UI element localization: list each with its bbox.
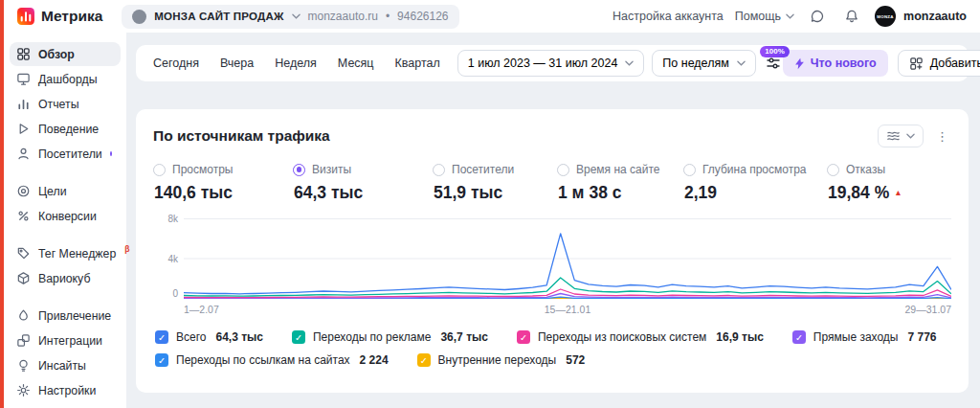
traffic-chart: 8k 4k 0 1—2.07 15—21.01 29—31.07 [153,218,951,318]
period-month-button[interactable]: Месяц [328,51,384,76]
sidebar-item-behavior[interactable]: Поведение [10,117,121,141]
counter-name: МОНЗА САЙТ ПРОДАЖ [154,11,283,22]
sidebar-group-divider [10,291,121,304]
sidebar-item-overview[interactable]: Обзор [10,42,121,66]
x-axis: 1—2.07 15—21.01 29—31.07 [184,304,951,318]
sidebar-item-goals[interactable]: Цели [10,179,121,203]
grouping-value: По неделям [662,57,728,70]
whats-new-label: Что нового [811,57,877,70]
metric-value: 140,6 тыс [153,183,293,203]
metric-label: Визиты [312,163,351,176]
chart-display-settings-button[interactable] [878,125,924,147]
x-axis-tick: 1—2.07 [184,304,219,315]
checkbox-checked-icon [517,330,530,344]
card-title: По источникам трафика [153,127,330,145]
bell-icon [844,9,859,24]
avatar[interactable]: MONZA [875,6,896,27]
sidebar-item-variocube[interactable]: Вариокуб [10,266,121,290]
sidebar-item-acquisition[interactable]: Привлечение [10,304,121,328]
sidebar-item-integrations[interactable]: Интеграции [10,329,121,352]
metrica-logo[interactable]: Метрика [17,8,102,25]
chat-button[interactable] [806,5,829,28]
username[interactable]: monzaauto [903,10,967,23]
sidebar-item-label: Интеграции [38,334,102,348]
metric-radio-time-on-site[interactable]: Время на сайте [557,163,683,176]
legend-row: Переходы по ссылкам на сайтах 2 224 Внут… [155,353,951,367]
metrica-logo-icon [17,8,34,25]
sidebar-item-settings[interactable]: Настройки [10,378,121,402]
sidebar-item-conversions[interactable]: Конверсии [10,204,121,228]
card-menu-button[interactable]: ⋮ [933,129,951,144]
metric-radio-bounce-rate[interactable]: Отказы [827,163,902,176]
beta-badge: β [124,244,129,254]
sidebar-item-dashboards[interactable]: Дашборды [10,67,121,91]
top-header: Метрика МОНЗА САЙТ ПРОДАЖ monzaauto.ru •… [0,0,980,33]
overview-grid-icon [16,47,31,61]
metric-radio-visits[interactable]: Визиты [293,163,433,176]
checkbox-checked-icon [417,353,431,367]
grouping-select[interactable]: По неделям [652,50,755,77]
period-week-button[interactable]: Неделя [265,51,326,76]
legend-item-direct[interactable]: Прямые заходы 7 776 [792,330,937,344]
visitors-notification-dot [110,151,112,156]
add-widget-button[interactable]: Добавить [898,50,980,77]
lightning-bolt-icon [794,57,805,70]
date-range-value: 1 июл 2023 — 31 июл 2024 [468,57,618,70]
radio-selected-icon [293,164,305,176]
reports-bars-icon [16,97,31,111]
radio-icon [557,164,569,176]
legend-item-total[interactable]: Всего 64,3 тыс [155,330,263,344]
metric-views: Просмотры 140,6 тыс [153,163,293,203]
metric-label: Просмотры [172,163,233,176]
chart-plot-area[interactable]: 8k 4k 0 [184,218,951,299]
period-yesterday-button[interactable]: Вчера [211,51,263,76]
conversions-percent-icon [16,209,31,223]
whats-new-button[interactable]: Что нового [783,50,888,77]
chevron-down-icon [906,133,915,139]
metric-value: 51,9 тыс [433,183,557,203]
metric-radio-depth[interactable]: Глубина просмотра [683,163,827,176]
metric-radio-visitors[interactable]: Посетители [433,163,557,176]
legend-label: Внутренние переходы [438,353,557,367]
metric-value: 64,3 тыс [293,183,433,203]
legend-item-internal[interactable]: Внутренние переходы 572 [417,353,586,367]
sidebar-item-visitors[interactable]: Посетители [10,142,121,166]
sidebar-item-reports[interactable]: Отчеты [10,92,121,116]
legend-item-ad-traffic[interactable]: Переходы по рекламе 36,7 тыс [292,330,488,344]
help-menu[interactable]: Помощь [735,10,794,23]
chat-bubble-icon [810,9,825,24]
counter-separator: • [386,10,390,23]
variocube-cube-icon [16,271,31,285]
sidebar-item-insights[interactable]: Инсайты [10,353,121,377]
legend-value: 16,9 тыс [716,330,764,344]
legend-item-site-links[interactable]: Переходы по ссылкам на сайтах 2 224 [155,353,389,367]
period-toolbar: Сегодня Вчера Неделя Месяц Квартал 1 июл… [136,45,969,81]
bounce-value: 19,84 % [828,183,889,202]
date-range-picker[interactable]: 1 июл 2023 — 31 июл 2024 [457,50,645,77]
metric-radio-views[interactable]: Просмотры [153,163,293,176]
visitors-person-icon [16,147,31,161]
chevron-down-icon [292,13,301,19]
sidebar-item-tag-manager[interactable]: Тег Менеджер β [10,241,121,265]
kebab-icon: ⋮ [936,129,948,144]
legend-value: 7 776 [907,330,936,344]
insights-bulb-icon [16,358,31,373]
checkbox-checked-icon [792,330,806,344]
x-axis-tick: 29—31.07 [905,304,951,315]
account-settings-link[interactable]: Настройка аккаунта [612,10,724,23]
counter-id: 94626126 [397,10,448,23]
metric-value: 19,84 %▲ [827,183,902,203]
period-quarter-button[interactable]: Квартал [386,51,450,76]
y-axis-tick: 4k [153,254,178,264]
counter-selector[interactable]: МОНЗА САЙТ ПРОДАЖ monzaauto.ru • 9462612… [122,5,458,29]
sidebar-item-label: Поведение [38,123,99,136]
radio-icon [683,164,696,176]
legend-item-search-traffic[interactable]: Переходы из поисковых систем 16,9 тыс [517,330,764,344]
sidebar-item-label: Обзор [38,48,75,61]
checkbox-checked-icon [155,330,168,344]
period-today-button[interactable]: Сегодня [144,51,209,76]
sidebar-item-label: Привлечение [38,309,111,323]
sidebar-item-label: Конверсии [38,210,97,223]
sampling-settings-button[interactable]: 100% [766,50,781,77]
notifications-button[interactable] [840,5,863,28]
